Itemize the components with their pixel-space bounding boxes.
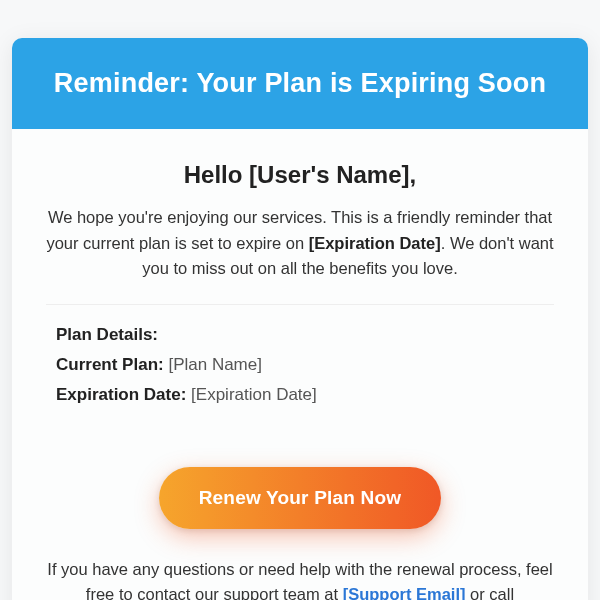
expiration-date-label: Expiration Date: bbox=[56, 385, 186, 404]
support-email-link[interactable]: [Support Email] bbox=[343, 585, 466, 600]
card-content: Hello [User's Name], We hope you're enjo… bbox=[12, 129, 588, 600]
plan-details-heading-label: Plan Details: bbox=[56, 325, 158, 344]
expiration-date-row: Expiration Date: [Expiration Date] bbox=[56, 385, 544, 405]
current-plan-value: [Plan Name] bbox=[168, 355, 262, 374]
expiration-date-value: [Expiration Date] bbox=[191, 385, 317, 404]
banner-title: Reminder: Your Plan is Expiring Soon bbox=[12, 38, 588, 129]
reminder-card: Reminder: Your Plan is Expiring Soon Hel… bbox=[12, 38, 588, 600]
cta-container: Renew Your Plan Now bbox=[42, 441, 558, 557]
current-plan-label: Current Plan: bbox=[56, 355, 164, 374]
plan-details-box: Plan Details: Current Plan: [Plan Name] … bbox=[46, 304, 554, 423]
intro-paragraph: We hope you're enjoying our services. Th… bbox=[42, 205, 558, 282]
user-name-placeholder: [User's Name] bbox=[249, 161, 409, 188]
expiration-date-inline: [Expiration Date] bbox=[309, 234, 441, 252]
renew-plan-button[interactable]: Renew Your Plan Now bbox=[159, 467, 442, 529]
current-plan-row: Current Plan: [Plan Name] bbox=[56, 355, 544, 375]
greeting-line: Hello [User's Name], bbox=[42, 161, 558, 189]
plan-details-heading: Plan Details: bbox=[56, 325, 544, 345]
greeting-suffix: , bbox=[410, 161, 417, 188]
greeting-hello: Hello bbox=[184, 161, 249, 188]
help-paragraph: If you have any questions or need help w… bbox=[42, 557, 558, 600]
help-text-2: or call bbox=[466, 585, 515, 600]
